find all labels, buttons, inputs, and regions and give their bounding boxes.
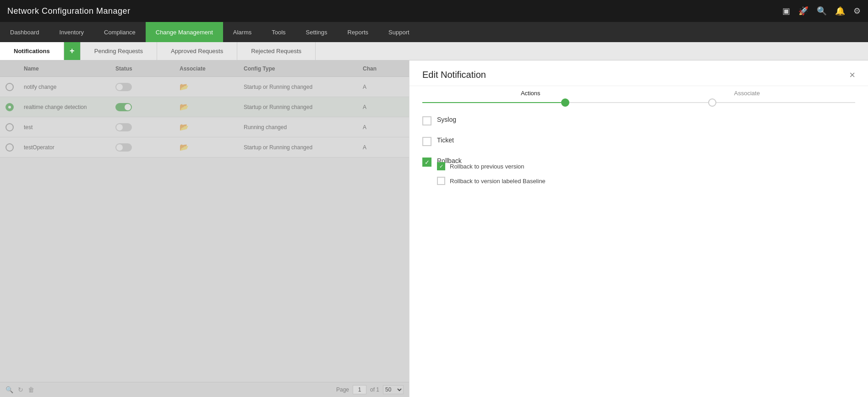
wizard-step-2-label[interactable]: Associate — [639, 90, 856, 97]
associate-device-icon: 📂 — [180, 103, 189, 111]
option-ticket: Ticket — [422, 136, 855, 146]
table-footer: 🔍 ↻ 🗑 Page of 1 50 25 100 — [0, 382, 409, 397]
main-area: Name Status Associate Config Type Chan n… — [0, 60, 868, 397]
row-chan: A — [361, 104, 405, 110]
search-icon[interactable]: 🔍 — [817, 6, 827, 16]
row-name: testOperator — [22, 144, 114, 151]
top-bar-icons: ▣ 🚀 🔍 🔔 ⚙ — [782, 6, 861, 16]
row-config-type: Running changed — [242, 124, 361, 131]
col-chan: Chan — [361, 65, 405, 72]
table-header: Name Status Associate Config Type Chan — [0, 60, 409, 77]
rollback-baseline-label: Rollback to version labeled Baseline — [450, 178, 546, 185]
tab-notifications[interactable]: Notifications — [0, 42, 64, 60]
options-area: Syslog Ticket Rollback Rollback to previ… — [409, 107, 868, 194]
row-chan: A — [361, 144, 405, 151]
wizard-steps: Actions Associate — [409, 86, 868, 107]
ticket-checkbox[interactable] — [422, 137, 431, 146]
table-row[interactable]: test 📂 Running changed A — [0, 117, 409, 137]
table-body: notify change 📂 Startup or Running chang… — [0, 77, 409, 382]
page-input[interactable] — [353, 385, 366, 394]
syslog-label: Syslog — [437, 116, 456, 123]
page-label: Page — [336, 386, 349, 393]
search-rows-icon[interactable]: 🔍 — [5, 386, 13, 393]
table-row[interactable]: realtime change detection 📂 Startup or R… — [0, 97, 409, 117]
row-radio[interactable] — [5, 123, 14, 131]
rollback-checkbox[interactable] — [422, 158, 431, 167]
wizard-dot-2 — [708, 98, 716, 107]
sub-option-rollback-baseline: Rollback to version labeled Baseline — [437, 177, 855, 185]
edit-panel-title: Edit Notification — [422, 70, 486, 80]
row-config-type: Startup or Running changed — [242, 144, 361, 151]
row-radio[interactable] — [5, 143, 14, 152]
table-row[interactable]: notify change 📂 Startup or Running chang… — [0, 77, 409, 97]
col-associate: Associate — [178, 65, 242, 72]
nav-item-reports[interactable]: Reports — [338, 22, 379, 42]
edit-panel: Edit Notification × Actions Associate Sy… — [409, 60, 868, 397]
nav-item-alarms[interactable]: Alarms — [223, 22, 262, 42]
refresh-icon[interactable]: ↻ — [18, 386, 23, 393]
table-panel: Name Status Associate Config Type Chan n… — [0, 60, 409, 397]
option-rollback-group: Rollback Rollback to previous version Ro… — [422, 157, 855, 185]
per-page-select[interactable]: 50 25 100 — [383, 385, 404, 394]
row-toggle[interactable] — [115, 123, 132, 131]
wizard-dot-1 — [561, 98, 569, 107]
rollback-prev-label: Rollback to previous version — [450, 163, 524, 170]
nav-item-support[interactable]: Support — [378, 22, 420, 42]
tab-pending-requests[interactable]: Pending Requests — [81, 42, 157, 60]
nav-item-inventory[interactable]: Inventory — [49, 22, 94, 42]
associate-device-icon: 📂 — [180, 143, 189, 151]
associate-device-icon: 📂 — [180, 83, 189, 91]
col-status: Status — [114, 65, 178, 72]
col-config-type: Config Type — [242, 65, 361, 72]
close-button[interactable]: × — [849, 70, 855, 80]
row-config-type: Startup or Running changed — [242, 104, 361, 110]
nav-item-tools[interactable]: Tools — [262, 22, 295, 42]
sub-tabs: Notifications + Pending Requests Approve… — [0, 42, 868, 60]
option-syslog: Syslog — [422, 116, 855, 125]
associate-device-icon: 📂 — [180, 123, 189, 131]
row-name: test — [22, 124, 114, 131]
delete-icon[interactable]: 🗑 — [28, 386, 34, 393]
of-label: of 1 — [370, 386, 379, 393]
ticket-label: Ticket — [437, 136, 454, 144]
row-toggle[interactable] — [115, 103, 132, 111]
sub-option-rollback-prev: Rollback to previous version — [437, 162, 855, 170]
bell-icon[interactable]: 🔔 — [835, 6, 845, 16]
top-bar: Network Configuration Manager ▣ 🚀 🔍 🔔 ⚙ — [0, 0, 868, 22]
row-toggle[interactable] — [115, 143, 132, 152]
row-name: realtime change detection — [22, 104, 114, 110]
table-row[interactable]: testOperator 📂 Startup or Running change… — [0, 137, 409, 158]
monitor-icon[interactable]: ▣ — [782, 6, 790, 16]
rocket-icon[interactable]: 🚀 — [798, 6, 808, 16]
rollback-prev-checkbox[interactable] — [437, 162, 445, 170]
syslog-checkbox[interactable] — [422, 116, 431, 125]
nav-item-change-management[interactable]: Change Management — [146, 22, 223, 42]
col-name: Name — [22, 65, 114, 72]
row-radio[interactable] — [5, 83, 14, 91]
row-name: notify change — [22, 84, 114, 90]
wizard-step-1-label[interactable]: Actions — [422, 90, 639, 97]
nav-item-settings[interactable]: Settings — [296, 22, 338, 42]
tab-rejected-requests[interactable]: Rejected Requests — [237, 42, 316, 60]
row-toggle[interactable] — [115, 83, 132, 91]
nav-item-dashboard[interactable]: Dashboard — [0, 22, 49, 42]
app-title: Network Configuration Manager — [7, 6, 131, 16]
edit-panel-header: Edit Notification × — [409, 60, 868, 86]
row-config-type: Startup or Running changed — [242, 84, 361, 90]
tab-approved-requests[interactable]: Approved Requests — [157, 42, 237, 60]
add-notification-button[interactable]: + — [64, 42, 81, 60]
nav-bar: Dashboard Inventory Compliance Change Ma… — [0, 22, 868, 42]
row-chan: A — [361, 124, 405, 131]
row-chan: A — [361, 84, 405, 90]
wizard-line-empty — [569, 102, 708, 103]
wizard-line-filled — [422, 102, 561, 103]
rollback-baseline-checkbox[interactable] — [437, 177, 445, 185]
gear-icon[interactable]: ⚙ — [853, 6, 861, 16]
wizard-line-end — [716, 102, 855, 103]
rollback-sub-options: Rollback to previous version Rollback to… — [437, 162, 855, 185]
nav-item-compliance[interactable]: Compliance — [94, 22, 146, 42]
row-radio[interactable] — [5, 103, 14, 111]
